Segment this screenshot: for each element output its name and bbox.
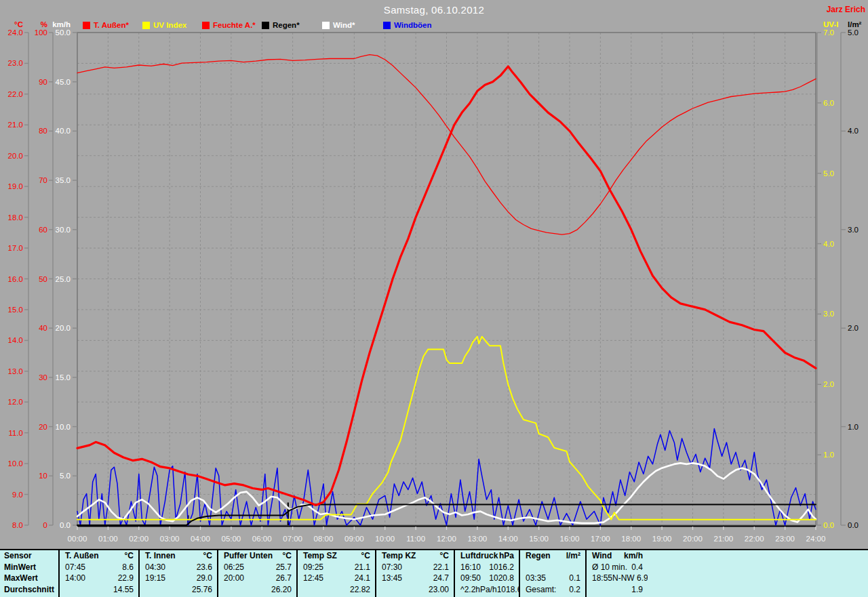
axis-tick-label-temp: 19.0: [8, 182, 23, 190]
table-cell-time: 19:15: [145, 573, 165, 584]
axis-unit-rain: l/m²: [848, 20, 862, 28]
x-axis-label: 13:00: [467, 535, 487, 543]
table-cell-time: 04:30: [145, 562, 165, 573]
table-cell-time: 07:30: [382, 562, 402, 573]
axis-tick-label-wind: 35.0: [56, 176, 71, 184]
axis-tick-label-wind: 30.0: [56, 226, 71, 234]
table-cell-value: 26.7: [276, 573, 292, 584]
x-axis-label: 11:00: [406, 535, 425, 543]
table-row: 06:2525.7: [218, 562, 296, 573]
table-sensor-unit: km/h: [624, 550, 643, 562]
axis-tick-label-wind: 15.0: [56, 373, 71, 382]
axis-tick-label-uv: 6.0: [823, 99, 834, 107]
table-cell: MaxWert: [4, 573, 38, 584]
axis-unit-uv: UV-I: [823, 20, 838, 28]
table-sensor-name: Temp SZ: [303, 550, 337, 562]
table-sensor-name: Temp KZ: [382, 550, 416, 562]
table-row: 13:4524.7: [376, 573, 454, 584]
x-axis-label: 06:00: [252, 535, 272, 543]
table-row: 26.20: [218, 584, 296, 596]
table-cell-time: 16:10: [460, 562, 481, 573]
table-cell-time: 03:35: [526, 573, 546, 584]
table-header-row: Regenl/m²: [520, 550, 585, 562]
axis-tick-label-rain: 1.0: [848, 423, 859, 431]
table-group-tempsz: Temp SZ°C09:2521.112:4524.122.82: [296, 550, 375, 597]
table-row: 07:3022.1: [376, 562, 454, 573]
table-group-tinnen: T. Innen°C04:3023.619:1529.025.76: [138, 550, 217, 597]
table-sensor-name: T. Innen: [145, 550, 176, 562]
x-axis-label: 05:00: [221, 535, 241, 543]
axis-tick-label-humidity: 60: [39, 226, 47, 234]
table-row: 12:4524.1: [298, 573, 375, 584]
axis-tick-label-temp: 10.0: [8, 459, 23, 468]
table-sensor-name: Wind: [592, 550, 612, 562]
axis-tick-label-temp: 14.0: [8, 336, 23, 344]
table-cell-value: 0.4: [631, 562, 643, 573]
x-axis-label: 16:00: [560, 535, 580, 543]
table-cell-time: 06:25: [224, 562, 244, 573]
table-cell-value: 1020.8: [489, 573, 514, 584]
axis-tick-label-temp: 22.0: [8, 90, 23, 98]
axis-unit-wind: km/h: [52, 20, 71, 28]
axis-tick-label-humidity: 70: [39, 176, 47, 184]
table-cell-value: 25.7: [276, 562, 292, 573]
axis-tick-label-temp: 11.0: [8, 429, 23, 437]
table-sensor-name: Puffer Unten: [224, 550, 273, 562]
axis-tick-label-humidity: 30: [39, 373, 47, 382]
table-group-wind: Windkm/hØ 10 min.0.418:55N-NW 6.91.9: [585, 550, 648, 597]
axis-tick-label-uv: 4.0: [823, 240, 834, 248]
axis-tick-label-temp: 24.0: [8, 28, 23, 37]
axis-tick-label-temp: 13.0: [8, 367, 23, 375]
weather-chart: 8.09.010.011.012.013.014.015.016.017.018…: [0, 0, 868, 549]
axis-tick-label-rain: 2.0: [848, 324, 859, 332]
x-axis-label: 18:00: [621, 535, 641, 543]
table-cell-value: 1018.6: [497, 584, 519, 596]
table-header-row: Temp SZ°C: [298, 550, 375, 562]
table-cell-time: 13:45: [382, 573, 402, 584]
table-row: 04:3023.6: [140, 562, 217, 573]
axis-tick-label-humidity: 50: [39, 275, 47, 283]
table-header-row: T. Innen°C: [140, 550, 217, 562]
x-axis-label: 04:00: [191, 535, 210, 543]
table-row: 19:1529.0: [140, 573, 217, 584]
table-cell-value: 8.6: [122, 562, 134, 573]
table-cell-value: 25.76: [192, 584, 212, 596]
table-cell-value: 14.55: [113, 584, 134, 596]
table-cell-value: 24.1: [355, 573, 370, 584]
axis-tick-label-humidity: 0: [43, 521, 47, 529]
axis-tick-label-wind: 5.0: [60, 472, 71, 480]
table-group-tempkz: Temp KZ°C07:3022.113:4524.723.00: [375, 550, 454, 597]
axis-tick-label-uv: 3.0: [823, 310, 834, 318]
axis-tick-label-wind: 10.0: [56, 423, 71, 431]
axis-tick-label-temp: 20.0: [8, 152, 23, 160]
x-axis-label: 01:00: [98, 535, 118, 543]
axis-tick-label-humidity: 40: [39, 324, 47, 332]
table-row: 09:501020.8: [455, 573, 519, 584]
table-cell-value: 23.00: [429, 584, 449, 596]
table-row: 14:0022.9: [60, 573, 138, 584]
table-row: Gesamt:0.2: [520, 584, 585, 596]
table-cell-time: 07:45: [65, 562, 85, 573]
axis-tick-label-wind: 40.0: [56, 127, 71, 135]
table-sensor-name: T. Außen: [65, 550, 99, 562]
table-cell: Sensor: [4, 550, 32, 562]
table-row: ^2.2hPa/h1018.6: [455, 584, 519, 596]
x-axis-label: 03:00: [160, 535, 180, 543]
axis-tick-label-temp: 16.0: [8, 275, 23, 283]
table-cell-time: ^2.2hPa/h: [460, 584, 497, 596]
table-cell-value: 24.7: [433, 573, 449, 584]
table-row-label: Durchschnitt: [0, 584, 58, 596]
table-row-label: MinWert: [0, 562, 58, 573]
table-row: 16:101016.2: [455, 562, 519, 573]
x-axis-label: 23:00: [775, 535, 795, 543]
table-cell-time: 09:25: [303, 562, 323, 573]
x-axis-label: 19:00: [652, 535, 672, 543]
x-axis-label: 22:00: [745, 535, 764, 543]
table-group-pufferunten: Puffer Unten°C06:2525.720:0026.726.20: [217, 550, 296, 597]
x-axis-label: 20:00: [683, 535, 703, 543]
stats-table: SensorMinWertMaxWertDurchschnittT. Außen…: [0, 549, 868, 597]
table-sensor-unit: °C: [203, 550, 212, 562]
table-group-regen: Regenl/m²03:350.1Gesamt:0.2: [519, 550, 585, 597]
x-axis-label: 15:00: [529, 535, 549, 543]
axis-tick-label-uv: 5.0: [823, 169, 834, 178]
